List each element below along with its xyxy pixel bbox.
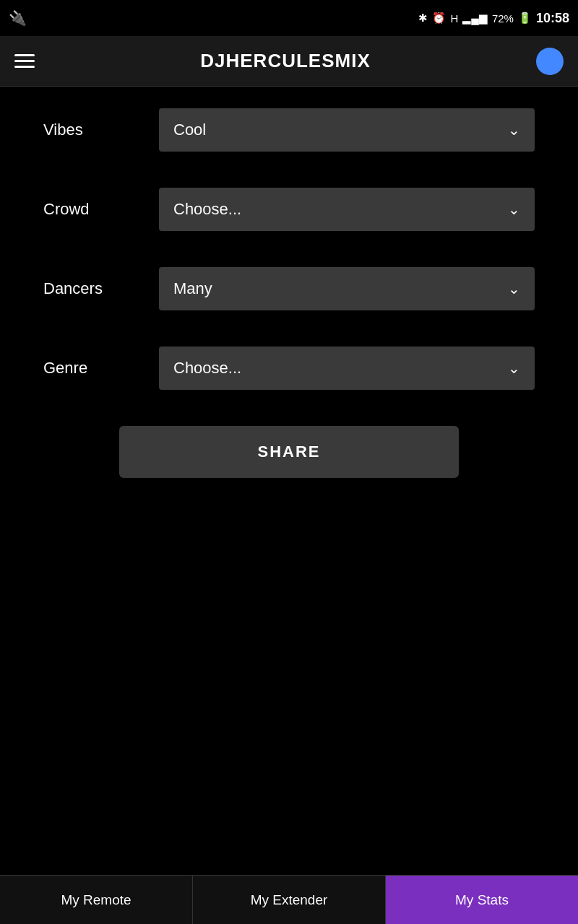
dancers-select[interactable]: Many ⌄ [159,267,535,310]
genre-label: Genre [43,359,159,378]
main-content: Vibes Cool ⌄ Crowd Choose... ⌄ Dancers M… [0,87,578,500]
tab-my-remote[interactable]: My Remote [0,876,193,924]
dancers-row: Dancers Many ⌄ [43,267,535,310]
avatar[interactable] [536,48,564,75]
genre-value: Choose... [173,359,241,378]
vibes-row: Vibes Cool ⌄ [43,108,535,152]
vibes-label: Vibes [43,121,159,139]
genre-row: Genre Choose... ⌄ [43,346,535,390]
bluetooth-icon: ✱ [418,12,428,25]
bottom-tabs: My Remote My Extender My Stats [0,875,578,924]
battery-level: 72% [492,12,514,25]
tab-my-extender[interactable]: My Extender [193,876,386,924]
crowd-select[interactable]: Choose... ⌄ [159,188,535,231]
dancers-value: Many [173,279,212,298]
signal-bars: ▂▄▆ [462,12,488,25]
tab-my-extender-label: My Extender [251,892,328,908]
status-right: ✱ ⏰ H ▂▄▆ 72% 🔋 10:58 [418,11,569,26]
crowd-value: Choose... [173,200,241,219]
dancers-chevron-icon: ⌄ [508,280,520,297]
hamburger-line-1 [14,54,35,56]
tab-my-stats[interactable]: My Stats [386,876,578,924]
header: DJHERCULESMIX [0,36,578,87]
tab-my-stats-label: My Stats [455,892,509,908]
vibes-value: Cool [173,121,206,139]
app-title: DJHERCULESMIX [200,50,370,72]
clock: 10:58 [536,11,569,26]
hamburger-line-2 [14,60,35,62]
status-left: 🔌 [9,9,27,27]
vibes-select[interactable]: Cool ⌄ [159,108,535,152]
share-button[interactable]: SHARE [119,426,459,478]
hamburger-menu[interactable] [14,54,35,68]
crowd-label: Crowd [43,200,159,219]
network-indicator: H [450,12,458,25]
alarm-icon: ⏰ [432,12,446,25]
status-bar: 🔌 ✱ ⏰ H ▂▄▆ 72% 🔋 10:58 [0,0,578,36]
genre-chevron-icon: ⌄ [508,359,520,377]
vibes-chevron-icon: ⌄ [508,121,520,139]
share-btn-container: SHARE [43,426,535,478]
genre-select[interactable]: Choose... ⌄ [159,346,535,390]
dancers-label: Dancers [43,279,159,298]
battery-icon: 🔋 [518,12,532,25]
tab-my-remote-label: My Remote [61,892,131,908]
usb-icon: 🔌 [9,9,27,27]
crowd-row: Crowd Choose... ⌄ [43,188,535,231]
crowd-chevron-icon: ⌄ [508,201,520,218]
hamburger-line-3 [14,66,35,68]
